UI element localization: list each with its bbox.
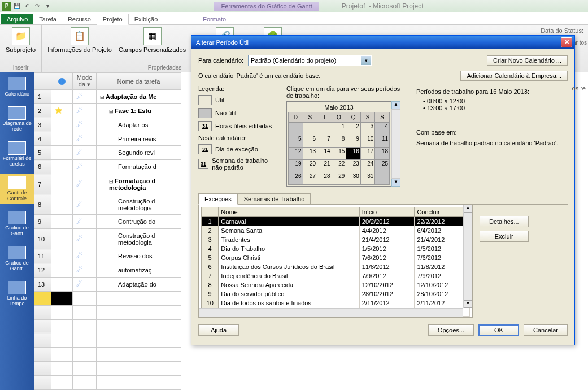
- task-row[interactable]: 11☄Revisão dos: [34, 249, 181, 263]
- exception-row[interactable]: 3Tiradentes21/4/201221/4/2012: [202, 235, 470, 244]
- legend-nonworking: Não útil: [215, 110, 236, 116]
- btn-campos[interactable]: ▦Campos Personalizados: [116, 26, 188, 55]
- exception-row[interactable]: 8Nossa Senhora Aparecida12/10/201212/10/…: [202, 280, 470, 289]
- view-icon: [8, 176, 26, 189]
- save-icon[interactable]: 💾: [12, 2, 21, 11]
- btn-add-empresa[interactable]: Adicionar Calendário à Empresa...: [460, 71, 568, 81]
- view-linha-do-tempo[interactable]: Linha do Tempo: [0, 279, 34, 309]
- tab-tarefa[interactable]: Tarefa: [33, 14, 62, 24]
- btn-info-projeto[interactable]: 📋Informações do Projeto: [45, 26, 114, 55]
- base-on-text: Semana de trabalho padrão no calendário …: [416, 139, 565, 147]
- calendar-combo[interactable]: Padrão (Calendário do projeto): [248, 55, 372, 66]
- btn-ajuda[interactable]: Ajuda: [198, 324, 239, 336]
- col-modo[interactable]: Modo da ▾: [73, 73, 97, 90]
- btn-opcoes[interactable]: Opções...: [428, 324, 474, 336]
- task-row[interactable]: 9☄Contrução do: [34, 215, 181, 229]
- mini-calendar[interactable]: Maio 2013 DSTQQSS12345678910111213141516…: [286, 101, 391, 187]
- tab-excecoes[interactable]: Exceções: [198, 193, 238, 205]
- legend-exception-icon: 31: [198, 144, 212, 154]
- view-gantt-de-controle[interactable]: Gantt de Controle: [0, 174, 34, 204]
- click-day-label: Clique em um dia para ver seus períodos …: [286, 85, 405, 99]
- btn-ok[interactable]: OK: [478, 324, 519, 336]
- exc-col-nome[interactable]: Nome: [219, 207, 359, 217]
- task-row[interactable]: 8☄Construção d metodologia: [34, 194, 181, 215]
- exc-col-num[interactable]: [202, 207, 219, 217]
- view-icon: [8, 246, 26, 259]
- legend-edited-icon: 31: [198, 121, 212, 131]
- exc-col-concluir[interactable]: Concluir: [415, 207, 470, 217]
- exception-row[interactable]: 4Dia do Trabalho1/5/20121/5/2012: [202, 244, 470, 253]
- task-row[interactable]: 3☄Adaptar os: [34, 118, 181, 132]
- ribbon-tabs: Arquivo Tarefa Recurso Projeto Exibição …: [0, 12, 588, 25]
- exceptions-list[interactable]: Nome Início Concluir 1Carnaval20/2/20122…: [198, 205, 473, 318]
- view-icon: [8, 106, 26, 120]
- view-formulári-de-tarefas[interactable]: Formulári de tarefas: [0, 139, 34, 170]
- tab-formato[interactable]: Formato: [197, 14, 232, 24]
- exception-row[interactable]: 7Independência do Brasil7/9/20127/9/2012: [202, 271, 470, 280]
- corner-cell[interactable]: [34, 73, 51, 90]
- btn-detalhes[interactable]: Detalhes...: [480, 216, 529, 227]
- app-icon[interactable]: P: [2, 2, 11, 11]
- task-row[interactable]: 4☄Primeira revis: [34, 132, 181, 146]
- base-on-label: Com base em:: [416, 128, 565, 136]
- exc-scroll-h[interactable]: [199, 308, 463, 317]
- tab-exibicao[interactable]: Exibição: [129, 14, 164, 24]
- truncated-right: os re: [572, 85, 586, 92]
- period-1: 08:00 a 12:00: [423, 98, 565, 105]
- exception-row[interactable]: 10Dia de todos os santos e finados2/11/2…: [202, 298, 470, 307]
- qat-dropdown-icon[interactable]: ▾: [43, 2, 52, 11]
- cal-scroll-down[interactable]: ▼: [391, 179, 400, 187]
- tab-recurso[interactable]: Recurso: [62, 14, 97, 24]
- redo-icon[interactable]: ↷: [33, 2, 42, 11]
- task-row[interactable]: 2⭐☄⊟Fase 1: Estu: [34, 103, 181, 118]
- task-row[interactable]: 7☄⊟Formatação d metodologia: [34, 174, 181, 194]
- legend-exception: Dia de exceção: [215, 146, 258, 153]
- view-diagrama-de-rede[interactable]: Diagrama de rede: [0, 104, 34, 135]
- undo-icon[interactable]: ↶: [23, 2, 32, 11]
- cal-scroll-up[interactable]: ▲: [391, 101, 400, 109]
- dialog-title: Alterar Período Útil: [196, 39, 561, 46]
- dialog-titlebar[interactable]: Alterar Período Útil ✕: [191, 36, 574, 49]
- btn-cancelar[interactable]: Cancelar: [524, 324, 568, 336]
- view-gráfico-de-gantt[interactable]: Gráfico de Gantt: [0, 209, 34, 239]
- period-2: 13:00 a 17:00: [423, 105, 565, 111]
- view-calendáric[interactable]: Calendáric: [0, 75, 34, 99]
- legend-nondefault: Semana de trabalho não padrão: [212, 157, 277, 171]
- exc-scroll-v[interactable]: ▲ ▼: [463, 205, 472, 308]
- task-row[interactable]: 1☄⊟Adaptação da Me: [34, 90, 181, 104]
- tab-file[interactable]: Arquivo: [1, 14, 33, 24]
- col-info[interactable]: i: [51, 73, 73, 90]
- view-icon: [8, 141, 26, 155]
- btn-subprojeto[interactable]: 📁 Subprojeto: [3, 26, 38, 55]
- legend-edited: Horas úteis editadas: [215, 123, 272, 129]
- exception-row[interactable]: 6Instituição dos Cursos Jurídicos do Bra…: [202, 262, 470, 271]
- contextual-tab-title: Ferramentas do Gráfico de Gantt: [214, 2, 319, 11]
- tab-projeto[interactable]: Projeto: [97, 14, 129, 25]
- col-nome[interactable]: Nome da tarefa: [97, 73, 181, 90]
- tab-semanas[interactable]: Semanas de Trabalho: [238, 193, 311, 205]
- task-row[interactable]: 13☄Adaptação do: [34, 277, 181, 291]
- task-row[interactable]: 10☄Construção d metodologia: [34, 229, 181, 249]
- task-row[interactable]: 5☄Segundo revi: [34, 146, 181, 160]
- titlebar: P 💾 ↶ ↷ ▾ Ferramentas do Gráfico de Gant…: [0, 0, 588, 12]
- close-icon[interactable]: ✕: [561, 37, 572, 47]
- view-icon: [8, 77, 26, 90]
- exception-row[interactable]: 5Corpus Christi7/6/20127/6/2012: [202, 253, 470, 262]
- btn-excluir[interactable]: Excluir: [480, 231, 529, 242]
- cal-scrollbar[interactable]: [391, 109, 400, 179]
- exc-col-inicio[interactable]: Início: [359, 207, 415, 217]
- exception-row[interactable]: 9Dia do servidor público28/10/201228/10/…: [202, 289, 470, 298]
- legend-nondefault-icon: 31: [198, 159, 208, 169]
- task-row[interactable]: 6☄Formatação d: [34, 160, 181, 174]
- cal-month: Maio 2013: [288, 103, 390, 112]
- legend-working-icon: [198, 95, 212, 105]
- para-calendario-label: Para calendário:: [198, 57, 243, 64]
- change-working-time-dialog: Alterar Período Útil ✕ Para calendário: …: [191, 35, 575, 345]
- exception-row[interactable]: 1Carnaval20/2/201222/2/2012: [202, 217, 470, 226]
- btn-novo-calendario[interactable]: Criar Novo Calendário ...: [487, 55, 568, 66]
- view-gráfico-de-gantt.[interactable]: Gráfico de Gantt.: [0, 244, 34, 274]
- app-title: Projeto1 - Microsoft Project: [342, 2, 424, 10]
- task-row[interactable]: 12☄automatizaç: [34, 263, 181, 278]
- exception-row[interactable]: 2Semana Santa4/4/20126/4/2012: [202, 226, 470, 235]
- neste-heading: Neste calendário:: [198, 135, 277, 141]
